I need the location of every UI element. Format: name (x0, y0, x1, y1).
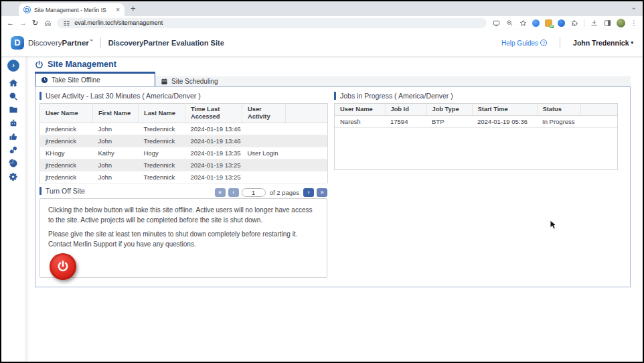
extension-icon[interactable] (532, 19, 540, 27)
table-cell: Tredennick (139, 171, 185, 184)
page-title: Site Management (35, 60, 116, 69)
help-guides-link[interactable]: Help Guides ? (501, 40, 547, 47)
url-text[interactable]: eval.merlin.tech/sitemanagement (74, 19, 163, 26)
mouse-cursor (550, 220, 558, 233)
help-icon: ? (540, 40, 547, 46)
table-row: jtredennickJohnTredennick2024-01-19 13:4… (40, 135, 328, 147)
jobs-title: Jobs in Progress ( America/Denver ) (334, 91, 618, 100)
wordmark-discovery: Discovery (28, 39, 62, 47)
table-cell (242, 159, 286, 171)
bookmark-star-icon[interactable] (519, 19, 527, 27)
tab-content-panel: User Activity - Last 30 Minutes ( Americ… (35, 86, 631, 287)
home-icon[interactable] (44, 19, 52, 27)
tab-label: Take Site Offline (52, 76, 100, 84)
table-cell: User Login (242, 147, 286, 159)
turn-off-site-section: Turn Off Site Clicking the below button … (39, 186, 327, 278)
sidebar-item-settings-gear[interactable] (9, 170, 18, 184)
browser-menu-icon[interactable]: ⋮ (631, 19, 637, 27)
calendar-icon (161, 78, 168, 85)
user-caret-icon: ▾ (631, 40, 633, 46)
table-cell: Tredennick (139, 135, 185, 147)
reload-icon[interactable]: ↻ (32, 19, 38, 27)
accent-bar (39, 187, 42, 195)
table-cell: 2024-01-19 13:25 (185, 159, 242, 171)
table-row: KHogyKathyHogy2024-01-19 13:35User Login (40, 147, 328, 159)
share-screen-icon[interactable] (492, 19, 500, 27)
column-header: User Name (335, 104, 385, 116)
site-settings-icon[interactable] (62, 19, 70, 27)
table-cell (580, 116, 618, 128)
table-cell: 2024-01-19 13:35 (185, 147, 242, 159)
new-tab-icon[interactable]: + (131, 3, 136, 13)
turn-off-paragraph-1: Clicking the below button will take this… (48, 205, 319, 225)
tab-search-chevron-icon[interactable]: ⌄ (631, 3, 637, 11)
column-header: Time Last Accessed (185, 104, 242, 123)
user-menu[interactable]: John Tredennick ▾ (573, 39, 633, 47)
sidebar-item-ai-robot[interactable] (9, 117, 18, 130)
tab-take-site-offline[interactable]: Take Site Offline (35, 72, 155, 86)
table-header-row: User NameJob IdJob TypeStart TimeStatus (335, 104, 618, 116)
table-cell (286, 123, 328, 135)
table-cell: 2024-01-19 13:46 (185, 123, 242, 135)
table-cell: jtredennick (40, 159, 93, 171)
table-cell: 2024-01-19 13:46 (185, 135, 242, 147)
sidebar-item-projects-folder[interactable] (9, 103, 18, 117)
column-header: First Name (93, 104, 139, 123)
turn-off-site-title: Turn Off Site (39, 186, 327, 196)
table-cell: Tredennick (139, 159, 185, 171)
profile-avatar[interactable] (617, 19, 625, 27)
user-activity-table: User NameFirst NameLast NameTime Last Ac… (39, 103, 328, 184)
jobs-in-progress-section: Jobs in Progress ( America/Denver ) User… (334, 91, 618, 170)
forward-icon[interactable]: → (19, 19, 27, 27)
turn-off-site-power-button[interactable] (50, 253, 76, 280)
section-title-text: Turn Off Site (46, 187, 85, 195)
table-cell: jtredennick (40, 135, 93, 147)
tab-close-icon[interactable]: × (116, 7, 120, 13)
page-tabs: Take Site Offline Site Scheduling (35, 72, 631, 86)
extensions-puzzle-icon[interactable] (570, 19, 578, 27)
side-panel-icon[interactable] (603, 19, 611, 27)
address-bar[interactable]: eval.merlin.tech/sitemanagement (57, 18, 487, 28)
sidebar-item-link[interactable] (9, 143, 18, 157)
browser-tab[interactable]: D Site Management - Merlin IS × (19, 3, 125, 16)
turn-off-paragraph-2: Please give the site at least ten minute… (48, 229, 319, 249)
column-header: Job Type (426, 104, 472, 116)
sidebar-item-thumbs-up[interactable] (9, 130, 18, 143)
table-cell (286, 159, 328, 171)
back-icon[interactable]: ← (7, 19, 14, 27)
browser-window: D Site Management - Merlin IS × + ⌄ ← → … (1, 1, 643, 362)
power-icon (56, 260, 70, 273)
table-cell: John (93, 159, 139, 171)
sidebar-item-search[interactable] (9, 90, 18, 103)
user-activity-section: User Activity - Last 30 Minutes ( Americ… (39, 91, 327, 197)
table-cell (242, 123, 286, 135)
table-cell (286, 147, 328, 159)
table-cell: John (93, 135, 139, 147)
table-row: jtredennickJohnTredennick2024-01-19 13:2… (40, 171, 328, 184)
sidebar-item-reports-pie[interactable] (9, 157, 18, 170)
discoverypartner-logo: D (11, 36, 24, 50)
extension-badge: IP (550, 25, 554, 28)
sidebar-item-home[interactable] (9, 76, 18, 90)
column-header: Start Time (472, 104, 537, 116)
accent-bar (334, 92, 336, 100)
toolbar-divider (584, 19, 584, 27)
column-header: User Activity (242, 104, 286, 123)
sidebar-expand-button[interactable]: › (7, 60, 19, 72)
browser-toolbar: ← → ↻ eval.merlin.tech/sitemanagement IP (1, 16, 643, 29)
downloads-icon[interactable] (590, 19, 598, 27)
table-cell: jtredennick (40, 171, 93, 184)
user-name: John Tredennick (573, 39, 629, 47)
power-icon (35, 60, 44, 69)
table-cell (286, 135, 328, 147)
column-header: Last Name (139, 104, 185, 123)
wordmark-tm: ™ (89, 39, 93, 43)
zoom-icon[interactable] (505, 19, 513, 27)
table-cell: John (93, 171, 139, 184)
table-cell: KHogy (40, 147, 93, 159)
app-header: D DiscoveryPartner™ DiscoveryPartner Eva… (1, 29, 643, 56)
tab-site-scheduling[interactable]: Site Scheduling (155, 76, 276, 86)
table-cell (286, 171, 328, 184)
extension-icon-2[interactable] (558, 19, 565, 27)
extension-ip-icon[interactable]: IP (545, 19, 552, 27)
